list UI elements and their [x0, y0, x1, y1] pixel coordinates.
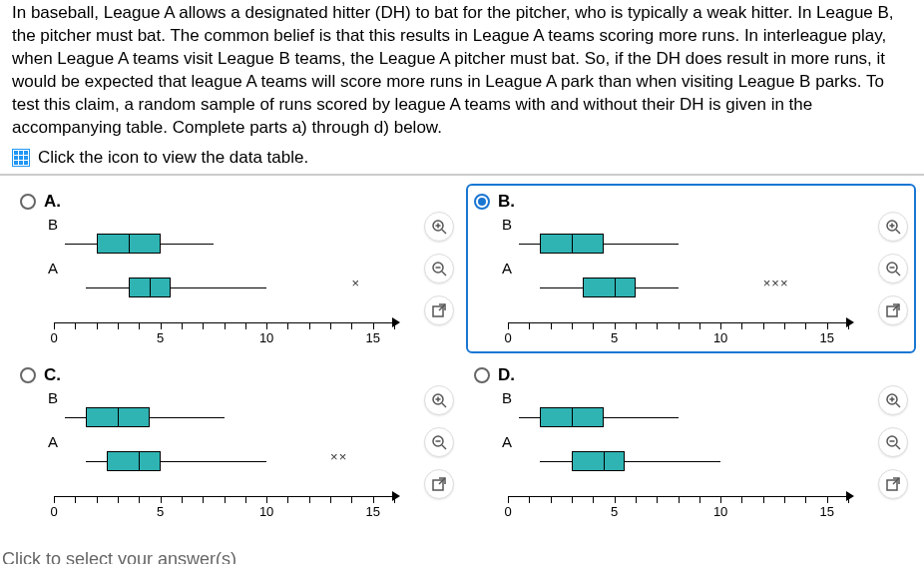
axis-tick-label: 0: [50, 504, 57, 519]
outlier-marker: ×: [351, 276, 360, 290]
pop-out-icon[interactable]: [878, 295, 908, 325]
data-table-link[interactable]: Click the icon to view the data table.: [0, 148, 924, 174]
svg-line-17: [893, 304, 899, 310]
choice-label: A.: [44, 192, 61, 212]
zoom-out-icon[interactable]: [878, 427, 908, 457]
svg-line-32: [896, 445, 900, 449]
footer-hint: Click to select your answer(s): [2, 549, 236, 564]
zoom-out-icon[interactable]: [424, 427, 454, 457]
zoom-out-icon[interactable]: [424, 254, 454, 283]
data-table-link-text: Click the icon to view the data table.: [38, 148, 308, 168]
zoom-out-icon[interactable]: [878, 254, 908, 283]
series-label: A: [502, 260, 512, 277]
outlier-marker: ××: [330, 449, 347, 464]
boxplot-c: BA××051015: [54, 389, 394, 519]
axis-tick-label: 0: [50, 330, 57, 345]
axis-tick-label: 5: [611, 330, 618, 345]
svg-line-5: [442, 272, 446, 276]
axis-tick-label: 15: [365, 504, 379, 519]
series-label: B: [48, 216, 58, 233]
series-label: A: [502, 433, 512, 450]
axis-tick-label: 0: [504, 330, 511, 345]
choice-a[interactable]: A.BA×051015: [12, 184, 462, 353]
choice-c[interactable]: C.BA××051015: [12, 357, 462, 527]
boxplot-b: BA×××051015: [508, 216, 848, 345]
choice-label: D.: [498, 365, 515, 385]
svg-line-14: [896, 272, 900, 276]
series-label: A: [48, 433, 58, 450]
radio-d[interactable]: [474, 367, 490, 383]
axis-tick-label: 0: [504, 504, 511, 519]
series-label: A: [48, 260, 58, 277]
choice-label: C.: [44, 365, 61, 385]
pop-out-icon[interactable]: [424, 469, 454, 499]
radio-c[interactable]: [20, 367, 36, 383]
axis-tick-label: 15: [365, 330, 379, 345]
svg-line-26: [439, 478, 445, 484]
svg-line-8: [439, 304, 445, 310]
series-label: B: [502, 216, 512, 233]
axis-tick-label: 10: [713, 330, 727, 345]
axis-tick-label: 10: [713, 504, 727, 519]
svg-line-1: [442, 230, 446, 234]
svg-line-10: [896, 230, 900, 234]
zoom-in-icon[interactable]: [424, 212, 454, 242]
boxplot-d: BA051015: [508, 389, 848, 519]
pop-out-icon[interactable]: [878, 469, 908, 499]
radio-b[interactable]: [474, 194, 490, 210]
zoom-in-icon[interactable]: [424, 385, 454, 415]
svg-line-23: [442, 445, 446, 449]
zoom-in-icon[interactable]: [878, 212, 908, 242]
axis-tick-label: 10: [259, 504, 273, 519]
axis-tick-label: 10: [259, 330, 273, 345]
svg-line-35: [893, 478, 899, 484]
choice-label: B.: [498, 192, 515, 212]
axis-tick-label: 5: [611, 504, 618, 519]
question-text: In baseball, League A allows a designate…: [0, 0, 924, 148]
series-label: B: [48, 389, 58, 406]
axis-tick-label: 15: [819, 330, 833, 345]
zoom-in-icon[interactable]: [878, 385, 908, 415]
table-icon: [12, 149, 30, 167]
axis-tick-label: 5: [157, 504, 164, 519]
choices-scroll[interactable]: A.BA×051015B.BA×××051015C.BA××051015D.BA…: [0, 180, 924, 549]
outlier-marker: ×××: [763, 276, 789, 290]
axis-tick-label: 5: [157, 330, 164, 345]
boxplot-a: BA×051015: [54, 216, 394, 345]
choice-b[interactable]: B.BA×××051015: [466, 184, 916, 353]
choice-d[interactable]: D.BA051015: [466, 357, 916, 527]
radio-a[interactable]: [20, 194, 36, 210]
series-label: B: [502, 389, 512, 406]
svg-line-19: [442, 403, 446, 407]
pop-out-icon[interactable]: [424, 295, 454, 325]
divider: [0, 174, 924, 176]
svg-line-28: [896, 403, 900, 407]
axis-tick-label: 15: [819, 504, 833, 519]
